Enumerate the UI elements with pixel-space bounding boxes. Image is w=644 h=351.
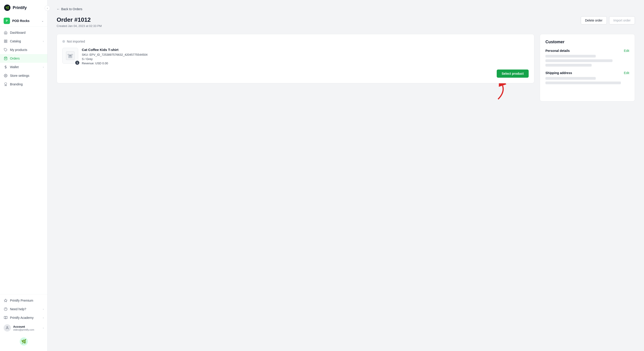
order-created-date: Created Jan 04, 2023 at 02:33 PM (57, 24, 102, 28)
shipping-detail-blur-2 (546, 81, 621, 84)
product-revenue: Revenue: USD 0.00 (82, 62, 529, 65)
red-arrow-icon (484, 83, 507, 101)
sidebar-item-orders[interactable]: Orders (0, 54, 47, 63)
sidebar-item-wallet[interactable]: Wallet › (0, 63, 47, 71)
store-icon: P (4, 18, 10, 24)
sidebar-item-label: Catalog (10, 39, 21, 43)
personal-detail-blur-2 (546, 59, 612, 62)
content-grid: Not imported 1 Cat Coffee Kids T-shirt (57, 34, 635, 101)
shopping-bag-icon (4, 56, 8, 60)
order-status-row: Not imported (62, 40, 529, 43)
shipping-detail-blur-1 (546, 77, 596, 80)
star-icon (4, 299, 8, 303)
shipping-address-section: Shipping address Edit (546, 71, 629, 84)
settings-icon (4, 74, 8, 78)
sidebar-item-label: My products (10, 48, 27, 52)
select-product-button[interactable]: Select product (497, 69, 529, 78)
product-quantity-badge: 1 (75, 61, 79, 65)
sidebar-item-help[interactable]: Need help? › (0, 305, 47, 314)
status-text: Not imported (67, 40, 85, 43)
svg-rect-5 (6, 41, 7, 42)
sidebar-item-dashboard[interactable]: Dashboard (0, 28, 47, 37)
delete-order-button[interactable]: Delete order (581, 16, 607, 24)
product-thumbnail: 1 (62, 48, 78, 64)
back-to-orders-link[interactable]: ← Back to Orders (57, 7, 82, 11)
account-chevron-icon: › (43, 327, 44, 329)
header-actions: Delete order Import order (581, 16, 635, 24)
account-info: Account video@printify.com (13, 325, 40, 331)
sidebar-item-my-products[interactable]: My products (0, 45, 47, 54)
shipping-address-edit-link[interactable]: Edit (624, 71, 629, 75)
svg-text:🌿: 🌿 (6, 6, 10, 10)
page-header: Order #1012 Created Jan 04, 2023 at 02:3… (57, 16, 635, 28)
store-name: POD Rocks (12, 19, 39, 23)
arrow-left-icon: ← (57, 7, 60, 11)
order-title: Order #1012 (57, 16, 102, 23)
status-dot (62, 40, 65, 43)
svg-point-14 (6, 327, 8, 328)
svg-rect-4 (4, 41, 6, 42)
sidebar-item-label: Wallet (10, 65, 18, 69)
sidebar-item-label: Branding (10, 82, 23, 86)
svg-rect-2 (4, 40, 6, 41)
book-open-icon (4, 316, 8, 320)
store-selector[interactable]: P POD Rocks ⌄ (0, 15, 47, 26)
product-details: Cat Coffee Kids T-shirt SKU: EPV_ID_7253… (82, 48, 529, 65)
chevron-right-icon: › (43, 308, 44, 311)
account-row[interactable]: Account video@printify.com › (0, 322, 47, 334)
chevron-right-icon: › (43, 316, 44, 319)
main-content: ← Back to Orders Order #1012 Created Jan… (48, 0, 644, 351)
account-name: Account (13, 325, 40, 328)
select-product-row: Select product (62, 69, 529, 78)
shipping-address-header: Shipping address Edit (546, 71, 629, 75)
home-icon (4, 30, 8, 35)
sidebar-bottom: Printify Premium Need help? › Printify A… (0, 294, 47, 351)
order-section: Not imported 1 Cat Coffee Kids T-shirt (57, 34, 534, 101)
sidebar-item-branding[interactable]: Branding (0, 80, 47, 88)
personal-details-edit-link[interactable]: Edit (624, 49, 629, 52)
tshirt-icon (66, 51, 75, 60)
printify-logo-icon: 🌿 (4, 4, 11, 11)
chevron-right-icon: › (43, 66, 44, 68)
personal-details-label: Personal details (546, 49, 570, 52)
printify-bot-icon: 🌿 (20, 338, 28, 346)
sidebar-item-label: Store settings (10, 74, 30, 77)
arrow-annotation (57, 83, 534, 101)
nav-section: Dashboard Catalog › My products Orders (0, 26, 47, 294)
order-card: Not imported 1 Cat Coffee Kids T-shirt (57, 34, 534, 83)
product-name: Cat Coffee Kids T-shirt (82, 48, 529, 52)
sidebar-item-label: Printify Premium (10, 299, 33, 302)
personal-detail-blur-3 (546, 64, 592, 66)
avatar (4, 324, 11, 332)
sidebar-item-store-settings[interactable]: Store settings (0, 71, 47, 80)
svg-point-10 (4, 83, 6, 85)
customer-panel: Customer Personal details Edit Shipping … (540, 34, 635, 101)
store-chevron-icon: ⌄ (42, 19, 44, 22)
page-title-block: Order #1012 Created Jan 04, 2023 at 02:3… (57, 16, 102, 28)
import-order-button[interactable]: Import order (609, 16, 635, 24)
dollar-icon (4, 65, 8, 69)
shipping-address-label: Shipping address (546, 71, 572, 75)
sidebar: 🌿 Printify ‹ P POD Rocks ⌄ Dashboard Cat… (0, 0, 48, 351)
chevron-right-icon: › (43, 40, 44, 42)
sidebar-item-academy[interactable]: Printify Academy › (0, 314, 47, 322)
product-variant: S / Grey (82, 57, 529, 61)
sidebar-item-label: Need help? (10, 307, 26, 311)
sidebar-item-label: Printify Academy (10, 316, 34, 320)
account-email: video@printify.com (13, 328, 40, 331)
logo: 🌿 Printify (0, 0, 47, 15)
sidebar-item-label: Orders (10, 57, 20, 60)
svg-marker-11 (4, 299, 7, 302)
tag-icon (4, 48, 8, 52)
sidebar-item-premium[interactable]: Printify Premium (0, 296, 47, 305)
sidebar-item-catalog[interactable]: Catalog › (0, 37, 47, 45)
sidebar-item-label: Dashboard (10, 31, 26, 34)
sidebar-collapse-button[interactable]: ‹ (45, 5, 50, 11)
svg-rect-16 (69, 55, 71, 56)
product-sku: SKU: EPV_ID_7253897576632_42045775544504 (82, 53, 529, 56)
logo-text: Printify (13, 5, 27, 10)
personal-detail-blur-1 (546, 55, 596, 57)
help-circle-icon (4, 307, 8, 311)
grid-icon (4, 39, 8, 43)
personal-details-header: Personal details Edit (546, 49, 629, 52)
